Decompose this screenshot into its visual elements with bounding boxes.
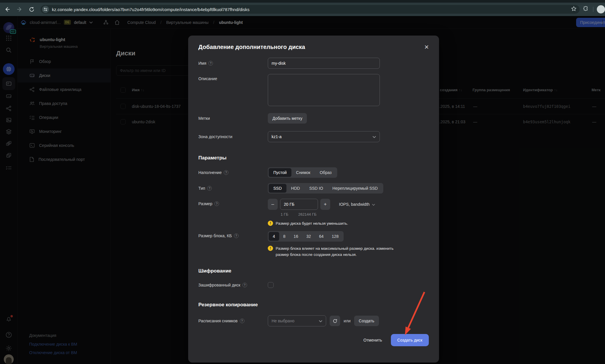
chevron-down-icon: [319, 319, 322, 323]
close-icon[interactable]: ×: [424, 43, 429, 51]
help-circle-icon[interactable]: ?: [208, 61, 213, 66]
name-input[interactable]: [268, 58, 380, 69]
encrypted-disk-checkbox[interactable]: [268, 282, 274, 288]
help-circle-icon[interactable]: ?: [242, 283, 247, 287]
create-schedule-button[interactable]: Создать: [354, 316, 379, 326]
block-option-32[interactable]: 32: [302, 232, 315, 241]
block-option-128[interactable]: 128: [328, 232, 342, 241]
help-circle-icon[interactable]: ?: [224, 170, 228, 175]
chrome-separator: [593, 7, 593, 12]
block-option-16[interactable]: 16: [290, 232, 302, 241]
url-text[interactable]: kz.console.yandex.cloud/folders/ao7bvn7u…: [52, 7, 571, 12]
size-increase-button[interactable]: +: [320, 199, 330, 210]
help-circle-icon[interactable]: ?: [207, 186, 212, 191]
block-option-64[interactable]: 64: [315, 232, 328, 241]
help-circle-icon[interactable]: ?: [214, 201, 219, 206]
type-option-hdd[interactable]: HDD: [286, 184, 305, 193]
schedule-select[interactable]: Не выбрано: [268, 315, 326, 326]
warning-icon: !: [268, 246, 273, 251]
add-disk-modal: Добавление дополнительного диска × Имя? …: [188, 36, 439, 363]
encrypted-disk-label: Зашифрованный диск?: [198, 283, 268, 287]
screen: kz.console.yandex.cloud/folders/ao7bvn7u…: [0, 0, 605, 364]
block-size-segmented: 4 8 16 32 64 128: [268, 231, 344, 242]
cancel-button[interactable]: Отменить: [363, 338, 382, 342]
type-label: Тип?: [198, 186, 268, 191]
reload-icon[interactable]: [27, 4, 36, 14]
browser-toolbar: kz.console.yandex.cloud/folders/ao7bvn7u…: [0, 3, 605, 16]
labels-label: Метки: [198, 116, 268, 121]
forward-icon[interactable]: [15, 4, 25, 14]
console-app: KZ cloud-amirmarl… DE default Compute Cl…: [0, 16, 605, 364]
type-option-ssd-io[interactable]: SSD IO: [305, 184, 328, 193]
extensions-icon[interactable]: [583, 6, 589, 13]
zone-select[interactable]: kz1-a: [268, 131, 380, 142]
browser-profile-avatar[interactable]: [597, 5, 605, 13]
params-section-title: Параметры: [198, 155, 429, 161]
encryption-section-title: Шифрование: [198, 268, 429, 274]
zone-label: Зона доступности: [198, 134, 268, 139]
fill-segmented: Пустой Снимок Образ: [268, 167, 337, 178]
size-min: 1 ГБ: [281, 212, 288, 217]
or-text: или: [344, 319, 351, 323]
chevron-down-icon: [373, 134, 376, 139]
warning-icon: !: [268, 221, 273, 226]
add-label-button[interactable]: Добавить метку: [268, 113, 307, 124]
block-option-4[interactable]: 4: [269, 232, 279, 241]
block-option-8[interactable]: 8: [279, 232, 290, 241]
size-input[interactable]: [280, 199, 318, 210]
schedule-placeholder: Не выбрано: [272, 319, 294, 323]
fill-option-image[interactable]: Образ: [315, 168, 336, 177]
iops-link[interactable]: IOPS, bandwidth: [339, 202, 375, 207]
site-info-icon[interactable]: [42, 6, 49, 13]
zone-value: kz1-a: [272, 134, 281, 139]
url-bar[interactable]: kz.console.yandex.cloud/folders/ao7bvn7u…: [41, 5, 580, 14]
back-icon[interactable]: [2, 4, 12, 14]
type-option-ssd[interactable]: SSD: [269, 184, 286, 193]
description-label: Описание: [198, 76, 268, 81]
block-size-label: Размер блока, КБ?: [198, 233, 268, 238]
size-warning: ! Размер диска будет нельзя уменьшить.: [268, 220, 375, 226]
block-size-warning: ! Размер блока влияет на максимальный ра…: [268, 245, 405, 258]
fill-option-empty[interactable]: Пустой: [269, 168, 291, 177]
size-max: 262144 ГБ: [298, 212, 317, 217]
help-circle-icon[interactable]: ?: [240, 319, 244, 323]
name-label: Имя?: [198, 61, 268, 66]
refresh-icon[interactable]: [330, 316, 340, 326]
snapshot-schedules-label: Расписания снимков?: [198, 319, 268, 323]
help-circle-icon[interactable]: ?: [234, 233, 239, 238]
description-input[interactable]: [268, 74, 380, 106]
fill-label: Наполнение?: [198, 170, 268, 175]
create-disk-button[interactable]: Создать диск: [391, 334, 429, 346]
type-segmented: SSD HDD SSD IO Нереплицируемый SSD: [268, 183, 383, 194]
size-decrease-button[interactable]: –: [268, 199, 278, 210]
backup-section-title: Резервное копирование: [198, 302, 429, 308]
fill-option-snapshot[interactable]: Снимок: [291, 168, 315, 177]
size-label: Размер?: [198, 201, 268, 206]
type-option-nonreplicated[interactable]: Нереплицируемый SSD: [328, 184, 382, 193]
chevron-down-icon: [372, 202, 375, 207]
bookmark-star-icon[interactable]: [571, 6, 577, 13]
modal-title: Добавление дополнительного диска: [198, 44, 305, 50]
browser-frame: [0, 0, 605, 3]
